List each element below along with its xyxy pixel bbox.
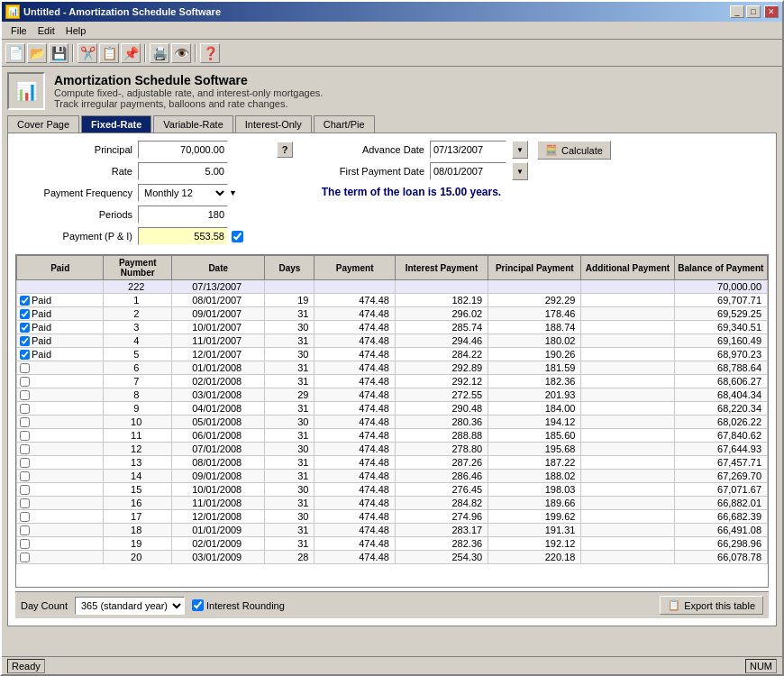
table-row-paid-cell[interactable] xyxy=(17,402,104,416)
menu-file[interactable]: File xyxy=(5,24,32,37)
table-cell-balance: 66,491.08 xyxy=(674,524,767,537)
table-row-paid-cell[interactable] xyxy=(17,551,104,564)
table-cell-balance: 67,644.93 xyxy=(674,443,767,456)
day-count-select[interactable]: 365 (standard year) 360 (banker's year) … xyxy=(75,597,185,615)
interest-rounding-label[interactable]: Interest Rounding xyxy=(192,599,285,611)
toolbar-cut[interactable]: ✂️ xyxy=(77,43,97,63)
table-cell-balance: 69,340.51 xyxy=(674,321,767,334)
table-row-paid-cell[interactable]: Paid xyxy=(17,294,104,307)
table-row-paid-cell[interactable] xyxy=(17,524,104,537)
table-cell-date: 11/01/2008 xyxy=(172,497,265,510)
row-paid-checkbox[interactable] xyxy=(20,471,30,481)
toolbar: 📄 📂 💾 ✂️ 📋 📌 🖨️ 👁️ ❓ xyxy=(2,40,782,67)
row-paid-checkbox[interactable] xyxy=(20,377,30,387)
table-cell-additional xyxy=(581,456,674,470)
table-row-paid-cell[interactable]: Paid xyxy=(17,348,104,361)
row-paid-checkbox[interactable] xyxy=(20,417,30,427)
table-row-paid-cell[interactable] xyxy=(17,470,104,483)
table-row-paid-cell[interactable] xyxy=(17,483,104,497)
interest-rounding-checkbox[interactable] xyxy=(192,599,204,611)
toolbar-preview[interactable]: 👁️ xyxy=(171,43,191,63)
row-paid-checkbox[interactable] xyxy=(20,498,30,508)
row-paid-checkbox[interactable] xyxy=(20,539,30,549)
row-paid-checkbox[interactable] xyxy=(20,553,30,562)
table-cell-principal: 181.59 xyxy=(488,361,581,375)
row-paid-checkbox[interactable] xyxy=(20,323,30,333)
row-paid-checkbox[interactable] xyxy=(20,350,30,360)
rate-row: Rate xyxy=(15,162,268,180)
table-row-paid-cell[interactable]: Paid xyxy=(17,321,104,334)
table-row-paid-cell[interactable]: Paid xyxy=(17,334,104,348)
table-row-paid-cell[interactable] xyxy=(17,361,104,375)
principal-input[interactable] xyxy=(138,141,228,159)
tab-variable-rate[interactable]: Variable-Rate xyxy=(153,115,232,132)
table-row-paid-cell[interactable] xyxy=(17,497,104,510)
periods-input[interactable] xyxy=(138,206,228,224)
table-row-paid-cell[interactable] xyxy=(17,510,104,524)
first-payment-input[interactable] xyxy=(430,162,506,180)
table-cell-balance: 66,682.39 xyxy=(674,510,767,524)
menu-help[interactable]: Help xyxy=(60,24,92,37)
minimize-button[interactable]: _ xyxy=(730,5,744,18)
table-row-paid-cell[interactable] xyxy=(17,537,104,551)
table-cell-balance: 68,970.23 xyxy=(674,348,767,361)
row-paid-checkbox[interactable] xyxy=(20,336,30,346)
payment-freq-select[interactable]: Monthly 12 Weekly 52 Bi-Weekly 26 xyxy=(138,184,228,202)
payment-checkbox[interactable] xyxy=(232,231,243,242)
table-cell-additional xyxy=(581,334,674,348)
rate-input[interactable] xyxy=(138,162,228,180)
advance-date-input[interactable] xyxy=(430,141,506,159)
table-cell-days: 19 xyxy=(265,294,315,307)
table-row-paid-cell[interactable] xyxy=(17,429,104,443)
table-cell-payment: 474.48 xyxy=(315,361,395,375)
toolbar-print[interactable]: 🖨️ xyxy=(150,43,169,63)
tab-chart-pie[interactable]: Chart/Pie xyxy=(314,115,375,132)
menu-edit[interactable]: Edit xyxy=(32,24,60,37)
bottom-left: Day Count 365 (standard year) 360 (banke… xyxy=(21,597,285,615)
table-cell-days: 31 xyxy=(265,402,315,416)
table-row-paid-cell[interactable]: Paid xyxy=(17,307,104,321)
row-paid-checkbox[interactable] xyxy=(20,431,30,441)
table-row-paid-cell[interactable] xyxy=(17,416,104,429)
row-paid-checkbox[interactable] xyxy=(20,485,30,495)
row-paid-checkbox[interactable] xyxy=(20,363,30,373)
table-cell-payment: 474.48 xyxy=(315,524,395,537)
toolbar-help[interactable]: ❓ xyxy=(200,43,220,63)
table-cell-interest: 290.48 xyxy=(395,402,488,416)
table-row-paid-cell[interactable] xyxy=(17,456,104,470)
table-cell-number: 4 xyxy=(104,334,172,348)
close-button[interactable]: ✕ xyxy=(764,5,779,18)
toolbar-new[interactable]: 📄 xyxy=(5,43,25,63)
first-payment-dropdown[interactable]: ▼ xyxy=(512,162,528,180)
tab-fixed-rate[interactable]: Fixed-Rate xyxy=(81,115,151,132)
row-paid-checkbox[interactable] xyxy=(20,390,30,400)
amortization-table-container[interactable]: Paid Payment Number Date Days Payment In… xyxy=(15,254,769,588)
table-cell-number: 6 xyxy=(104,361,172,375)
row-paid-checkbox[interactable] xyxy=(20,404,30,414)
advance-date-dropdown[interactable]: ▼ xyxy=(512,141,528,159)
toolbar-paste[interactable]: 📌 xyxy=(121,43,141,63)
tab-interest-only[interactable]: Interest-Only xyxy=(235,115,312,132)
row-paid-checkbox[interactable] xyxy=(20,512,30,522)
row-paid-checkbox[interactable] xyxy=(20,296,30,306)
app-logo: 📊 xyxy=(7,72,45,110)
calculate-button[interactable]: 🧮 Calculate xyxy=(537,141,611,160)
row-paid-checkbox[interactable] xyxy=(20,525,30,535)
row-paid-checkbox[interactable] xyxy=(20,444,30,454)
table-row-paid-cell[interactable] xyxy=(17,375,104,388)
table-cell-days: 30 xyxy=(265,483,315,497)
col-payment-number: Payment Number xyxy=(104,256,172,280)
help-button[interactable]: ? xyxy=(277,142,293,158)
maximize-button[interactable]: □ xyxy=(746,5,761,18)
row-paid-checkbox[interactable] xyxy=(20,458,30,468)
export-button[interactable]: 📋 Export this table xyxy=(660,596,763,615)
row-paid-checkbox[interactable] xyxy=(20,309,30,319)
payment-input[interactable] xyxy=(138,227,228,245)
table-row-paid-cell[interactable] xyxy=(17,443,104,456)
toolbar-open[interactable]: 📂 xyxy=(27,43,47,63)
table-row-paid-cell[interactable] xyxy=(17,388,104,402)
tab-cover-page[interactable]: Cover Page xyxy=(7,115,79,132)
toolbar-copy[interactable]: 📋 xyxy=(99,43,119,63)
title-bar: 📊 Untitled - Amortization Schedule Softw… xyxy=(2,2,782,22)
toolbar-save[interactable]: 💾 xyxy=(49,43,68,63)
